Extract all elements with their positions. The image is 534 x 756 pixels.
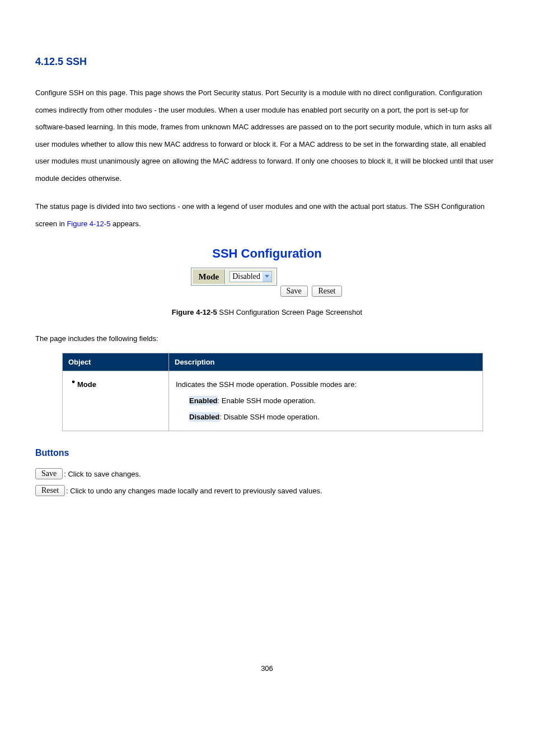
reset-button[interactable]: Reset [312,286,341,297]
section-heading: 4.12.5 SSH [35,56,499,68]
save-button-ref[interactable]: Save [35,468,63,479]
para2-part-b: appears. [110,220,140,228]
object-name: Mode [77,377,96,393]
figure-number: Figure 4-12-5 [172,308,217,316]
desc-intro: Indicates the SSH mode operation. Possib… [176,377,476,393]
paragraph-1: Configure SSH on this page. This page sh… [35,85,499,187]
buttons-heading: Buttons [35,448,499,458]
reset-button-desc: : Click to undo any changes made locally… [66,487,322,495]
figure-link[interactable]: Figure 4-12-5 [67,220,110,228]
mode-value-cell: Disabled [226,269,275,284]
mode-table: Mode Disabled [191,268,277,286]
mode-enabled-label: Enabled [189,396,218,405]
fields-table: Object Description ● Mode Indicates the … [62,353,483,431]
mode-dropdown-value: Disabled [230,272,263,281]
table-row: ● Mode Indicates the SSH mode operation.… [63,371,483,431]
reset-button-line: Reset : Click to undo any changes made l… [35,485,499,496]
reset-button-ref[interactable]: Reset [35,485,65,496]
mode-disabled-text: : Disable SSH mode operation. [219,413,319,421]
figure-caption-text: SSH Configuration Screen Page Screenshot [217,308,362,316]
save-button[interactable]: Save [280,286,308,297]
mode-disabled-label: Disabled [189,412,219,422]
ssh-config-title: SSH Configuration [35,246,499,261]
save-button-line: Save : Click to save changes. [35,468,499,479]
mode-enabled-text: : Enable SSH mode operation. [218,396,316,405]
mode-label-cell: Mode [193,269,225,284]
page-number: 306 [35,664,499,673]
col-object: Object [63,353,169,371]
figure-caption: Figure 4-12-5 SSH Configuration Screen P… [35,308,499,316]
col-description: Description [169,353,483,371]
description-cell: Indicates the SSH mode operation. Possib… [169,371,483,431]
fields-intro: The page includes the following fields: [35,334,499,343]
chevron-down-icon [263,272,271,282]
bullet-icon: ● [69,377,77,387]
mode-dropdown[interactable]: Disabled [229,271,272,282]
paragraph-2: The status page is divided into two sect… [35,198,499,232]
save-button-desc: : Click to save changes. [64,470,140,478]
ssh-config-widget: SSH Configuration Mode Disabled Save Res… [35,246,499,297]
object-cell: ● Mode [63,371,169,431]
